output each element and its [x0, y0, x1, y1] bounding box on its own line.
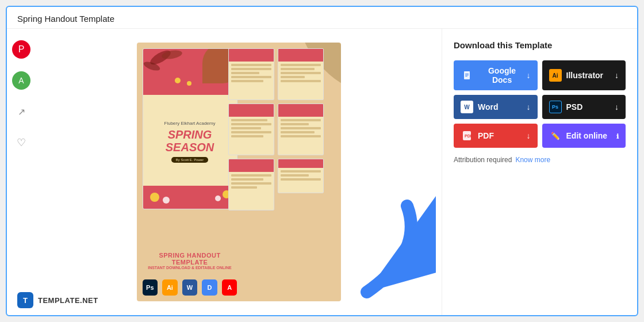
svg-text:PDF: PDF — [465, 134, 472, 138]
info-icon — [616, 131, 619, 140]
psd-button[interactable]: Ps PSD — [542, 95, 626, 119]
docs-icon-sm: D — [202, 279, 217, 296]
download-icon-pdf — [527, 131, 531, 140]
right-panel: Download this Template Goog — [442, 29, 637, 315]
svg-point-5 — [175, 78, 181, 83]
pdf-button[interactable]: PDF PDF — [454, 124, 538, 148]
svg-point-6 — [187, 81, 191, 86]
attribution-row: Attribution required Know more — [454, 156, 626, 164]
svg-rect-13 — [465, 74, 469, 74]
template-image: Flubery Elkhart Academy SPRINGSEASON By … — [137, 43, 341, 301]
svg-point-8 — [163, 197, 170, 204]
spring-title: SPRINGSEASON — [166, 128, 214, 154]
pdf-icon-sm: A — [222, 279, 237, 296]
edit-online-label: Edit online — [566, 131, 608, 140]
download-buttons-grid: Google Docs Ai Illustrator W W — [454, 60, 626, 148]
illustrator-label: Illustrator — [566, 71, 604, 80]
small-pages-grid — [228, 48, 324, 210]
template-bottom-label: SPRING HANDOUT TEMPLATE INSTANT DOWNLOAD… — [143, 252, 237, 270]
download-icon-ai — [615, 71, 619, 80]
footer-logo: T TEMPLATE.NET — [17, 292, 98, 308]
google-docs-button[interactable]: Google Docs — [454, 60, 538, 90]
app-icons-row: Ps Ai W D A — [143, 279, 237, 296]
word-icon-btn: W — [461, 101, 473, 113]
psd-label: PSD — [566, 102, 583, 112]
svg-point-7 — [150, 193, 159, 202]
illustrator-icon: Ai — [162, 279, 178, 296]
preview-area: Flubery Elkhart Academy SPRINGSEASON By … — [36, 29, 442, 315]
word-icon-sm: W — [182, 279, 198, 296]
edit-icon-btn: ✏️ — [549, 129, 562, 142]
attribution-label: Attribution required — [454, 156, 512, 164]
photoshop-icon: Ps — [143, 279, 158, 296]
edit-online-button[interactable]: ✏️ Edit online — [542, 124, 626, 148]
illustrator-icon-btn: Ai — [549, 69, 562, 82]
download-title: Download this Template — [454, 40, 626, 50]
logo-icon: T — [17, 292, 33, 308]
google-docs-label: Google Docs — [478, 66, 527, 85]
download-icon-word — [527, 102, 531, 112]
share-icon[interactable]: ↗ — [12, 102, 30, 121]
word-label: Word — [478, 102, 499, 112]
google-docs-icon — [461, 69, 473, 82]
know-more-link[interactable]: Know more — [515, 156, 550, 164]
left-sidebar: P A ↗ ♡ — [7, 29, 36, 315]
svg-rect-15 — [465, 76, 467, 76]
illustrator-button[interactable]: Ai Illustrator — [542, 60, 626, 90]
svg-rect-14 — [465, 75, 469, 75]
pdf-label: PDF — [478, 131, 494, 140]
pinterest-icon[interactable]: P — [12, 40, 30, 59]
download-icon-gdocs — [527, 71, 531, 80]
word-button[interactable]: W Word — [454, 95, 538, 119]
profile-icon[interactable]: A — [12, 71, 30, 90]
download-icon-psd — [615, 102, 619, 112]
svg-point-10 — [215, 195, 221, 201]
page-title: Spring Handout Template — [7, 7, 637, 29]
logo-text: TEMPLATE.NET — [38, 296, 98, 305]
pdf-icon-btn: PDF — [461, 129, 473, 142]
favorite-icon[interactable]: ♡ — [12, 133, 30, 152]
psd-icon-btn: Ps — [549, 101, 562, 113]
spring-poster: Flubery Elkhart Academy SPRINGSEASON By … — [143, 48, 237, 209]
